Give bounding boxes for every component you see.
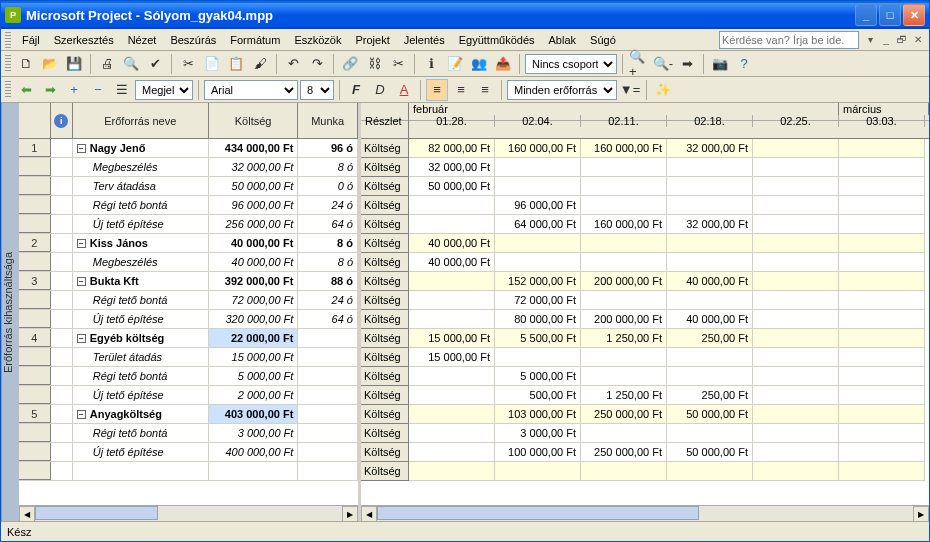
menu-window[interactable]: Ablak [542,32,584,48]
time-cell[interactable] [753,234,839,253]
time-row[interactable]: Költség500,00 Ft1 250,00 Ft250,00 Ft [361,386,929,405]
time-cell[interactable]: 40 000,00 Ft [667,310,753,329]
time-cell[interactable] [839,177,925,196]
spellcheck-button[interactable]: ✔ [144,53,166,75]
time-cell[interactable] [495,253,581,272]
detail-cell[interactable]: Költség [361,177,409,196]
autofilter-button[interactable]: ▼= [619,79,641,101]
child-max-button[interactable]: 🗗 [895,33,909,47]
date-col[interactable]: 02.18. [667,115,753,127]
cost-cell[interactable]: 50 000,00 Ft [209,177,298,195]
cost-cell[interactable]: 96 000,00 Ft [209,196,298,214]
time-cell[interactable]: 1 250,00 Ft [581,386,667,405]
month-mar-header[interactable]: március [839,103,929,115]
time-cell[interactable]: 100 000,00 Ft [495,443,581,462]
time-row[interactable]: Költség40 000,00 Ft [361,253,929,272]
menu-report[interactable]: Jelentés [397,32,452,48]
table-row[interactable]: 4−Egyéb költség22 000,00 Ft [19,329,358,348]
open-button[interactable]: 📂 [39,53,61,75]
bold-button[interactable]: F [345,79,367,101]
new-button[interactable]: 🗋 [15,53,37,75]
child-menu-button[interactable]: ▾ [863,33,877,47]
publish-button[interactable]: 📤 [492,53,514,75]
time-cell[interactable] [839,462,925,481]
assign-button[interactable]: 👥 [468,53,490,75]
detail-cell[interactable]: Költség [361,310,409,329]
time-cell[interactable] [581,253,667,272]
name-cell[interactable]: Régi tető bontá [73,291,209,309]
row-number[interactable] [19,367,51,385]
time-row[interactable]: Költség40 000,00 Ft [361,234,929,253]
row-number[interactable] [19,215,51,233]
time-cell[interactable] [839,215,925,234]
cost-cell[interactable]: 72 000,00 Ft [209,291,298,309]
work-cell[interactable]: 64 ó [298,215,358,233]
hide-button[interactable]: − [87,79,109,101]
detail-cell[interactable]: Költség [361,196,409,215]
menu-edit[interactable]: Szerkesztés [47,32,121,48]
row-number[interactable]: 5 [19,405,51,423]
menu-help[interactable]: Súgó [583,32,623,48]
child-close-button[interactable]: ✕ [911,33,925,47]
detail-header[interactable]: Részlet [361,103,409,139]
time-cell[interactable] [753,329,839,348]
table-row[interactable]: Régi tető bontá72 000,00 Ft24 ó [19,291,358,310]
cost-header[interactable]: Költség [209,103,298,138]
time-cell[interactable]: 250,00 Ft [667,329,753,348]
time-cell[interactable]: 80 000,00 Ft [495,310,581,329]
name-cell[interactable]: Terület átadás [73,348,209,366]
show-button[interactable]: + [63,79,85,101]
copy-picture-button[interactable]: 📷 [709,53,731,75]
date-col[interactable]: 03.03. [839,115,925,127]
time-cell[interactable]: 500,00 Ft [495,386,581,405]
menu-collab[interactable]: Együttműködés [452,32,542,48]
time-row[interactable]: Költség [361,462,929,481]
table-row[interactable]: Megbeszélés40 000,00 Ft8 ó [19,253,358,272]
time-cell[interactable] [581,424,667,443]
time-cell[interactable]: 152 000,00 Ft [495,272,581,291]
time-cell[interactable] [667,291,753,310]
cost-cell[interactable]: 32 000,00 Ft [209,158,298,176]
work-cell[interactable] [298,329,358,347]
time-cell[interactable] [667,196,753,215]
time-cell[interactable]: 96 000,00 Ft [495,196,581,215]
name-cell[interactable]: Régi tető bontá [73,424,209,442]
time-cell[interactable]: 32 000,00 Ft [409,158,495,177]
paste-button[interactable]: 📋 [225,53,247,75]
time-cell[interactable] [753,386,839,405]
time-cell[interactable] [409,443,495,462]
time-row[interactable]: Költség32 000,00 Ft [361,158,929,177]
info-button[interactable]: ℹ [420,53,442,75]
row-number[interactable]: 1 [19,139,51,157]
underline-button[interactable]: A [393,79,415,101]
time-cell[interactable] [409,367,495,386]
cost-cell[interactable]: 2 000,00 Ft [209,386,298,404]
time-row[interactable]: Költség3 000,00 Ft [361,424,929,443]
time-row[interactable]: Költség5 000,00 Ft [361,367,929,386]
table-row[interactable] [19,462,358,481]
menu-insert[interactable]: Beszúrás [163,32,223,48]
scroll-right-icon[interactable]: ▶ [342,506,358,521]
outdent-button[interactable]: ⬅ [15,79,37,101]
view-bar[interactable]: Erőforrás kihasználtsága [1,103,19,521]
table-row[interactable]: 5−Anyagköltség403 000,00 Ft [19,405,358,424]
cost-cell[interactable]: 403 000,00 Ft [209,405,298,423]
time-cell[interactable]: 72 000,00 Ft [495,291,581,310]
row-number[interactable] [19,424,51,442]
time-row[interactable]: Költség80 000,00 Ft200 000,00 Ft40 000,0… [361,310,929,329]
time-cell[interactable]: 5 000,00 Ft [495,367,581,386]
time-cell[interactable]: 1 250,00 Ft [581,329,667,348]
table-row[interactable]: Terület átadás15 000,00 Ft [19,348,358,367]
row-number[interactable] [19,310,51,328]
collapse-icon[interactable]: − [77,277,86,286]
time-cell[interactable]: 50 000,00 Ft [409,177,495,196]
time-cell[interactable] [581,291,667,310]
time-cell[interactable] [839,291,925,310]
time-cell[interactable] [581,177,667,196]
table-row[interactable]: Új tető építése2 000,00 Ft [19,386,358,405]
time-cell[interactable] [495,348,581,367]
maximize-button[interactable]: □ [879,4,901,26]
time-cell[interactable] [839,310,925,329]
table-row[interactable]: 1−Nagy Jenő434 000,00 Ft96 ó [19,139,358,158]
time-cell[interactable]: 250 000,00 Ft [581,443,667,462]
